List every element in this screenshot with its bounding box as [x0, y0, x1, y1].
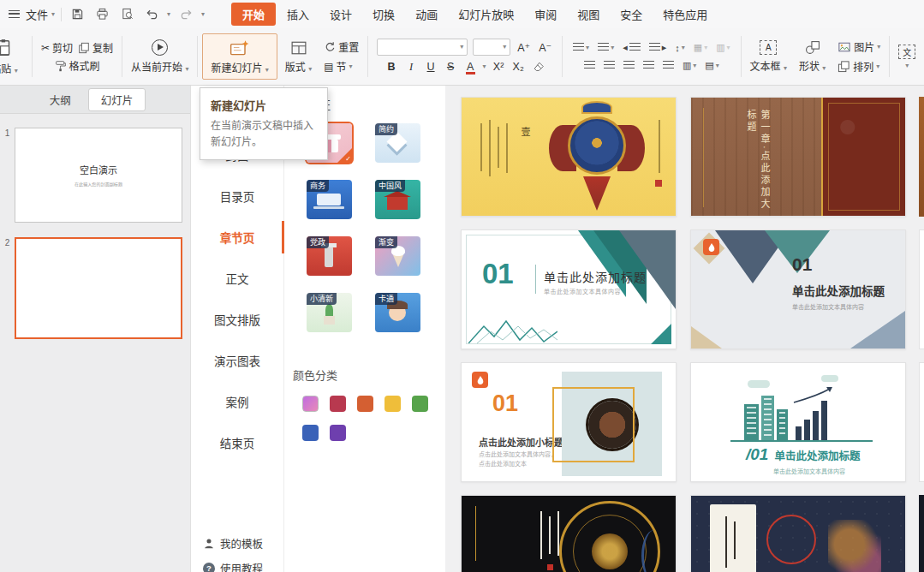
- color-swatch-blue[interactable]: [302, 425, 319, 441]
- increase-font-button[interactable]: A⁺: [516, 39, 532, 55]
- section-button[interactable]: ▤ 节 ▾: [324, 59, 352, 74]
- shapes-button[interactable]: 形状 ▾: [799, 40, 826, 73]
- style-thumb-fresh[interactable]: 小清新: [307, 293, 352, 332]
- category-charts[interactable]: 演示图表: [191, 340, 283, 381]
- superscript-button[interactable]: X²: [492, 59, 506, 74]
- underline-button[interactable]: U: [424, 59, 438, 74]
- cut-button[interactable]: ✂ 剪切: [41, 40, 73, 55]
- justify-button[interactable]: [641, 59, 656, 72]
- font-size-select[interactable]: ▾: [473, 39, 510, 56]
- print-preview-button[interactable]: [117, 5, 136, 24]
- chevron-down-icon[interactable]: ▾: [483, 63, 486, 70]
- tab-security[interactable]: 安全: [611, 3, 652, 26]
- template-preview-area[interactable]: 壹 第一章·点此添加大标题 01: [445, 86, 924, 572]
- template-card-city-chart-01[interactable]: /01 单击此处添加标题 单击此处添加文本具体内容: [690, 362, 906, 482]
- undo-dropdown-icon[interactable]: ▾: [167, 11, 170, 18]
- decrease-font-button[interactable]: A⁻: [537, 39, 553, 55]
- italic-button[interactable]: I: [404, 59, 419, 74]
- columns-button[interactable]: ▥▾: [681, 58, 698, 73]
- style-thumb-simple[interactable]: 简约: [375, 123, 420, 163]
- style-thumb-party[interactable]: 党政: [307, 236, 352, 276]
- category-body[interactable]: 正文: [191, 258, 283, 299]
- tab-outline[interactable]: 大纲: [45, 89, 76, 110]
- color-swatch-multicolor[interactable]: [302, 396, 319, 412]
- line-spacing-button[interactable]: ↕▾: [673, 41, 687, 55]
- print-button[interactable]: [92, 5, 111, 24]
- style-thumb-cartoon[interactable]: 卡通: [375, 293, 420, 332]
- category-ending[interactable]: 结束页: [191, 422, 283, 463]
- style-thumb-business[interactable]: 商务: [307, 180, 352, 219]
- tab-special-apps[interactable]: 特色应用: [653, 3, 717, 26]
- bullets-button[interactable]: ▾: [571, 41, 591, 54]
- save-button[interactable]: [68, 5, 86, 24]
- color-swatch-yellow[interactable]: [385, 396, 401, 412]
- tab-transition[interactable]: 切换: [363, 3, 404, 26]
- redo-button[interactable]: [176, 5, 195, 24]
- template-card-chinese-brown[interactable]: 第一章·点此添加大标题: [690, 97, 906, 217]
- clipped-card-sliver: [919, 97, 924, 217]
- align-center-button[interactable]: [602, 59, 617, 72]
- color-swatch-green[interactable]: [412, 396, 428, 412]
- tab-view[interactable]: 视图: [568, 3, 609, 26]
- my-templates-button[interactable]: 我的模板: [203, 531, 283, 556]
- tab-animation[interactable]: 动画: [406, 3, 447, 26]
- style-thumb-gradient[interactable]: 渐变: [375, 236, 420, 276]
- text-direction-button[interactable]: ▤▾: [703, 58, 720, 73]
- template-card-teal-01[interactable]: 01 单击此处添加标题 单击此处添加文本具体内容: [461, 229, 677, 349]
- play-from-current-button[interactable]: 从当前开始 ▾: [131, 39, 188, 74]
- template-card-gray-01[interactable]: 01 单击此处添加标题 单击此处添加文本具体内容: [690, 229, 906, 349]
- align-left-button[interactable]: [582, 59, 597, 72]
- tab-insert[interactable]: 插入: [277, 3, 319, 26]
- picture-button[interactable]: 图片 ▾: [838, 39, 880, 54]
- font-family-select[interactable]: ▾: [377, 39, 468, 56]
- template-card-chinese-yellow[interactable]: 壹: [461, 97, 677, 217]
- new-slide-icon: [230, 39, 250, 57]
- tab-home[interactable]: 开始: [231, 3, 276, 26]
- undo-button[interactable]: [142, 5, 161, 24]
- category-toc[interactable]: 目录页: [191, 176, 283, 217]
- copy-button[interactable]: 复制: [78, 40, 113, 55]
- font-color-button[interactable]: A: [463, 59, 478, 74]
- reset-button[interactable]: 重置: [324, 39, 359, 54]
- subscript-button[interactable]: X₂: [511, 59, 526, 74]
- slide-1-thumbnail[interactable]: 空白演示 在此输入您的封面副标题: [15, 128, 182, 223]
- tab-review[interactable]: 审阅: [525, 3, 566, 26]
- slide-2-thumbnail-selected[interactable]: [15, 237, 182, 339]
- decrease-indent-button[interactable]: ◂: [621, 40, 642, 55]
- increase-indent-button[interactable]: ▸: [647, 40, 669, 55]
- bold-button[interactable]: B: [385, 59, 399, 74]
- gold-frame-decor: [552, 387, 635, 462]
- strikethrough-button[interactable]: S: [444, 59, 458, 74]
- color-swatch-orange[interactable]: [357, 396, 373, 412]
- redo-dropdown-icon[interactable]: ▾: [201, 11, 205, 18]
- tab-slideshow[interactable]: 幻灯片放映: [449, 3, 523, 26]
- paste-button[interactable]: 粘贴 ▾: [0, 39, 29, 75]
- color-swatch-purple[interactable]: [330, 425, 346, 441]
- tab-design[interactable]: 设计: [320, 3, 361, 26]
- tutorial-button[interactable]: ? 使用教程: [203, 556, 283, 572]
- align-right-button[interactable]: [622, 59, 636, 72]
- textbox-button[interactable]: A 文本框 ▾: [750, 40, 787, 73]
- seal-decor: [655, 180, 662, 187]
- category-chapter[interactable]: 章节页: [191, 217, 283, 258]
- hamburger-menu-icon[interactable]: [9, 10, 20, 18]
- file-menu[interactable]: 文件 ▾: [26, 6, 55, 22]
- tab-slides[interactable]: 幻灯片: [88, 88, 146, 111]
- arrange-button[interactable]: 排列 ▾: [838, 59, 879, 74]
- template-card-dark-gold[interactable]: [461, 495, 677, 572]
- clipped-button[interactable]: 文 ▾: [898, 45, 915, 69]
- table-tools-button[interactable]: ▦▾: [692, 40, 709, 55]
- category-text-image[interactable]: 图文排版: [191, 299, 283, 340]
- clear-format-button[interactable]: [531, 59, 546, 74]
- cell-merge-button[interactable]: ▥▾: [714, 40, 731, 55]
- distribute-button[interactable]: [661, 59, 676, 72]
- format-painter-button[interactable]: 格式刷: [55, 58, 100, 73]
- template-card-dark-navy[interactable]: [690, 495, 906, 572]
- numbering-button[interactable]: ▾: [596, 41, 616, 54]
- layout-button[interactable]: 版式 ▾: [285, 40, 312, 74]
- category-cases[interactable]: 案例: [191, 381, 283, 422]
- new-slide-button[interactable]: 新建幻灯片 ▾: [211, 39, 268, 74]
- color-swatch-red[interactable]: [330, 396, 346, 412]
- template-card-coffee-01[interactable]: 01 点击此处添加小标题 点击此处添加文本具体内容，点击此处添加文本: [461, 362, 677, 482]
- style-thumb-chinese[interactable]: 中国风: [375, 180, 420, 219]
